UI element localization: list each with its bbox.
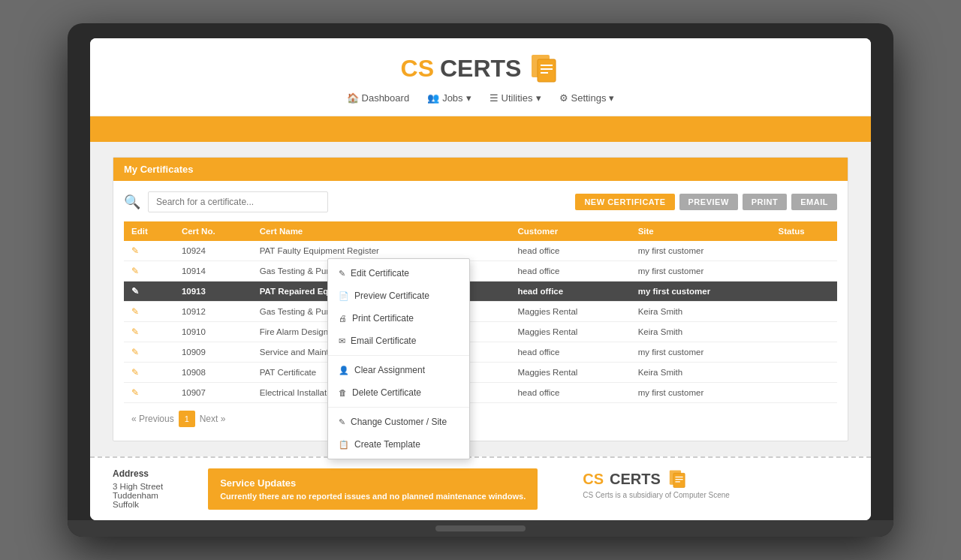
cell-cert-no-3: 10912 [174, 302, 252, 322]
cell-status-1 [771, 261, 837, 282]
panel-title: My Certificates [124, 164, 193, 175]
context-menu-item-email-certificate[interactable]: ✉Email Certificate [328, 330, 469, 352]
ctx-icon-6: 🗑 [339, 388, 347, 397]
jobs-chevron-icon: ▾ [466, 92, 471, 104]
cell-customer-3: Maggies Rental [510, 302, 630, 322]
settings-chevron-icon: ▾ [609, 92, 614, 104]
edit-icon-6[interactable]: ✎ [131, 367, 139, 378]
ctx-label-6: Delete Certificate [352, 387, 421, 398]
panel-body: 🔍 NEW CERTIFICATE PREVIEW PRINT EMAIL [113, 181, 848, 441]
cell-site-3: Keira Smith [631, 302, 771, 322]
table-row[interactable]: ✎ 10910 Fire Alarm Design Certificate Ma… [124, 322, 837, 342]
nav-utilities[interactable]: ☰ Utilities ▾ [490, 92, 541, 104]
cell-customer-5: head office [510, 342, 630, 363]
site-header: CS CERTS 🏠 Dashboard 👥 Jobs [90, 38, 871, 116]
ctx-icon-5: 👤 [339, 366, 349, 375]
certificates-panel: My Certificates 🔍 NEW CERTIFICATE PREVIE… [113, 157, 848, 441]
address-line-2: Tuddenham [113, 491, 163, 500]
table-row[interactable]: ✎ 10908 PAT Certificate Maggies Rental K… [124, 363, 837, 383]
cell-site-2: my first customer [631, 282, 771, 302]
pagination: « Previous 1 Next » [124, 403, 837, 430]
nav-dashboard[interactable]: 🏠 Dashboard [347, 92, 410, 104]
orange-bar [90, 116, 871, 142]
cell-cert-no-4: 10910 [174, 322, 252, 342]
context-menu-item-create-template[interactable]: 📋Create Template [328, 433, 469, 456]
preview-button[interactable]: PREVIEW [679, 194, 738, 210]
nav-jobs[interactable]: 👥 Jobs ▾ [427, 92, 471, 104]
ctx-label-3: Email Certificate [351, 336, 416, 346]
context-menu-item-preview-certificate[interactable]: 📄Preview Certificate [328, 285, 469, 307]
cell-status-4 [771, 322, 837, 342]
cell-edit-3[interactable]: ✎ [124, 302, 174, 322]
cell-cert-no-6: 10908 [174, 363, 252, 383]
cell-customer-1: head office [510, 261, 630, 282]
table-row[interactable]: ✎ 10924 PAT Faulty Equipment Register he… [124, 241, 837, 261]
print-button[interactable]: PRINT [743, 194, 788, 210]
cell-edit-6[interactable]: ✎ [124, 363, 174, 383]
cell-site-1: my first customer [631, 261, 771, 282]
utilities-chevron-icon: ▾ [536, 92, 541, 104]
ctx-icon-8: ✎ [339, 417, 345, 427]
cell-cert-no-1: 10914 [174, 261, 252, 282]
context-menu-item-print-certificate[interactable]: 🖨Print Certificate [328, 307, 469, 330]
table-row[interactable]: ✎ 10912 Gas Testing & Purging Non Domest… [124, 302, 837, 322]
table-row[interactable]: ✎ 10907 Electrical Installation Conditio… [124, 383, 837, 403]
edit-icon-1[interactable]: ✎ [131, 266, 139, 276]
cell-cert-no-0: 10924 [174, 241, 252, 261]
ctx-label-9: Create Template [354, 439, 420, 450]
edit-icon-0[interactable]: ✎ [131, 245, 139, 256]
svg-rect-1 [538, 59, 556, 82]
logo-icon [527, 52, 560, 85]
edit-icon-3[interactable]: ✎ [131, 306, 139, 317]
edit-icon-2[interactable]: ✎ [131, 286, 139, 297]
footer-logo: CS CERTS CS Certs is a subsidiary of Com… [583, 468, 730, 499]
ctx-label-0: Edit Certificate [351, 268, 409, 278]
table-row[interactable]: ✎ 10909 Service and Maintenance Record h… [124, 342, 837, 363]
edit-icon-4[interactable]: ✎ [131, 327, 139, 337]
settings-icon: ⚙ [559, 92, 568, 104]
cell-status-7 [771, 383, 837, 403]
context-menu: ✎Edit Certificate📄Preview Certificate🖨Pr… [327, 258, 470, 459]
prev-page-button[interactable]: « Previous [131, 414, 174, 424]
context-menu-item-edit-certificate[interactable]: ✎Edit Certificate [328, 262, 469, 285]
cell-site-5: my first customer [631, 342, 771, 363]
col-status: Status [771, 221, 837, 241]
ctx-icon-9: 📋 [339, 440, 349, 450]
current-page[interactable]: 1 [179, 411, 195, 427]
cell-status-6 [771, 363, 837, 383]
certificates-table: Edit Cert No. Cert Name Customer Site St… [124, 221, 837, 403]
cell-customer-4: Maggies Rental [510, 322, 630, 342]
cell-site-6: Keira Smith [631, 363, 771, 383]
panel-header: My Certificates [113, 158, 848, 181]
context-separator-4 [328, 355, 469, 356]
context-menu-item-clear-assignment[interactable]: 👤Clear Assignment [328, 359, 469, 381]
cell-customer-2: head office [510, 282, 630, 302]
search-bar: 🔍 NEW CERTIFICATE PREVIEW PRINT EMAIL [124, 191, 837, 212]
cell-edit-1[interactable]: ✎ [124, 261, 174, 282]
address-line-3: Suffolk [113, 500, 163, 509]
table-row[interactable]: ✎ 10913 PAT Repaired Equipment Register … [124, 282, 837, 302]
cell-status-0 [771, 241, 837, 261]
svg-rect-6 [673, 473, 685, 487]
table-row[interactable]: ✎ 10914 Gas Testing & Purging Domestic h… [124, 261, 837, 282]
new-certificate-button[interactable]: NEW CERTIFICATE [575, 194, 674, 210]
cell-edit-5[interactable]: ✎ [124, 342, 174, 363]
ctx-label-2: Print Certificate [352, 313, 414, 324]
email-button[interactable]: EMAIL [791, 194, 837, 210]
cell-edit-4[interactable]: ✎ [124, 322, 174, 342]
cell-status-2 [771, 282, 837, 302]
search-input[interactable] [148, 191, 328, 212]
cell-status-5 [771, 342, 837, 363]
cell-edit-2[interactable]: ✎ [124, 282, 174, 302]
cell-customer-6: Maggies Rental [510, 363, 630, 383]
home-icon: 🏠 [347, 92, 359, 104]
cell-edit-7[interactable]: ✎ [124, 383, 174, 403]
cell-cert-no-7: 10907 [174, 383, 252, 403]
next-page-button[interactable]: Next » [200, 414, 226, 424]
context-menu-item-change-customer-/-site[interactable]: ✎Change Customer / Site [328, 411, 469, 433]
cell-edit-0[interactable]: ✎ [124, 241, 174, 261]
edit-icon-5[interactable]: ✎ [131, 347, 139, 357]
nav-settings[interactable]: ⚙ Settings ▾ [559, 92, 615, 104]
edit-icon-7[interactable]: ✎ [131, 387, 139, 398]
context-menu-item-delete-certificate[interactable]: 🗑Delete Certificate [328, 381, 469, 404]
